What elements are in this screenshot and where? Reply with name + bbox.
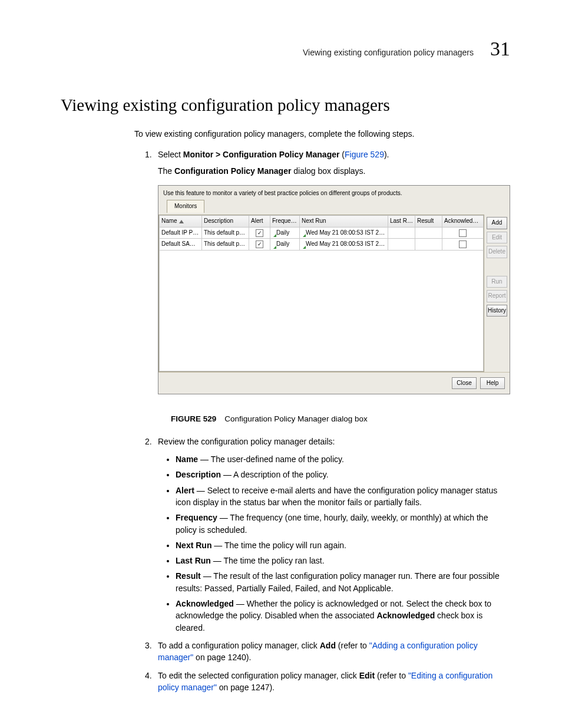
step-1: Select Monitor > Configuration Policy Ma…	[145, 149, 510, 425]
list-item: Alert — Select to receive e-mail alerts …	[176, 485, 510, 509]
list-item: Last Run — The time the policy ran last.	[176, 555, 510, 566]
table-empty-space	[160, 250, 484, 371]
col-last-run[interactable]: Last Run	[388, 216, 415, 228]
help-button[interactable]: Help	[480, 377, 505, 390]
running-header: Viewing existing configuration policy ma…	[61, 34, 510, 63]
running-title: Viewing existing configuration policy ma…	[303, 47, 474, 58]
figure-caption: FIGURE 529Configuration Policy Manager d…	[171, 413, 510, 425]
report-button[interactable]: Report	[487, 290, 507, 302]
col-result[interactable]: Result	[415, 216, 442, 228]
alert-checkbox[interactable]: ✓	[256, 229, 263, 237]
ack-checkbox[interactable]	[459, 229, 467, 237]
col-name[interactable]: Name	[160, 216, 202, 228]
delete-button[interactable]: Delete	[487, 246, 507, 258]
monitors-table: Name Description Alert Frequency Next Ru…	[159, 215, 484, 371]
list-item: Result — The result of the last configur…	[176, 570, 510, 594]
list-item: Name — The user-defined name of the poli…	[176, 453, 510, 465]
table-row[interactable]: Default SAN P... This default polic... ✓…	[160, 239, 484, 251]
col-alert[interactable]: Alert	[249, 216, 270, 228]
col-frequency[interactable]: Frequency	[270, 216, 300, 228]
side-buttons: Add Edit Delete Run Report History	[484, 215, 510, 319]
figure-dialog: Use this feature to monitor a variety of…	[158, 185, 510, 394]
ack-checkbox[interactable]	[459, 241, 467, 248]
edit-button[interactable]: Edit	[487, 232, 507, 244]
intro-text: To view existing configuration policy ma…	[134, 128, 510, 140]
close-button[interactable]: Close	[452, 377, 477, 390]
col-next-run[interactable]: Next Run	[300, 216, 388, 228]
col-acknowledged[interactable]: Acknowledged	[442, 216, 484, 228]
list-item: Acknowledged — Whether the policy is ack…	[176, 598, 510, 634]
list-item: Frequency — The frequency (one time, hou…	[176, 512, 510, 536]
table-row[interactable]: Default IP Policy This default polic... …	[160, 227, 484, 239]
add-button[interactable]: Add	[487, 217, 507, 229]
tab-monitors[interactable]: Monitors	[167, 200, 204, 213]
list-item: Next Run — The time the policy will run …	[176, 539, 510, 551]
page-title: Viewing existing configuration policy ma…	[61, 93, 510, 117]
alert-checkbox[interactable]: ✓	[256, 241, 263, 248]
step-2: Review the configuration policy manager …	[145, 436, 510, 634]
history-button[interactable]: History	[487, 305, 507, 317]
step-4: To edit the selected configuration polic…	[145, 670, 510, 694]
figure-ref-link[interactable]: Figure 529	[345, 150, 384, 159]
run-button[interactable]: Run	[487, 276, 507, 288]
list-item: Description — A description of the polic…	[176, 469, 510, 480]
dialog-hint: Use this feature to monitor a variety of…	[163, 189, 505, 198]
sort-asc-icon	[179, 220, 184, 223]
col-description[interactable]: Description	[202, 216, 249, 228]
table-header: Name Description Alert Frequency Next Ru…	[160, 216, 484, 228]
menu-path: Monitor > Configuration Policy Manager	[183, 150, 340, 159]
chapter-number: 31	[490, 34, 510, 63]
step-3: To add a configuration policy manager, c…	[145, 640, 510, 664]
